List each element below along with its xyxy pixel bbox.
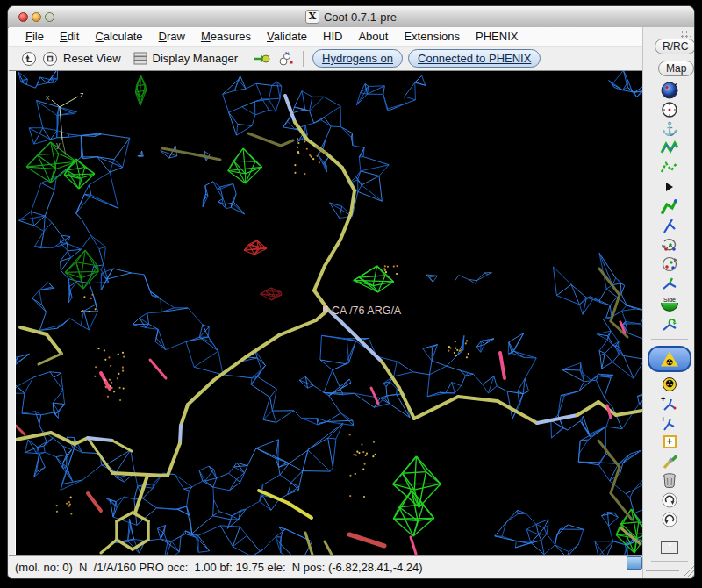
side-chain-flip-icon[interactable]: Side	[661, 294, 678, 313]
expander-arrow-icon[interactable]	[666, 178, 673, 195]
recentre-icon[interactable]	[42, 51, 58, 67]
flip-peptide-icon[interactable]	[660, 316, 679, 333]
mutate-selected-icon[interactable]: ☢	[648, 346, 691, 372]
menu-phenix[interactable]: PHENIX	[468, 30, 526, 43]
title-bar[interactable]: X Coot 0.7.1-pre	[8, 6, 694, 28]
anchor-icon[interactable]: ⚓	[662, 120, 678, 137]
brush-icon[interactable]	[661, 453, 678, 470]
svg-text:N: N	[285, 51, 289, 56]
menu-bar: FileEditCalculateDrawMeasuresValidateHID…	[9, 27, 642, 47]
torsion-general-icon[interactable]	[660, 275, 679, 291]
reset-view-button[interactable]: Reset View	[63, 52, 121, 65]
display-manager-button[interactable]: Display Manager	[153, 52, 239, 65]
edit-chi-angles-icon[interactable]	[660, 236, 679, 253]
add-terminal-residue-icon[interactable]: +	[660, 414, 679, 431]
menu-edit[interactable]: Edit	[52, 30, 87, 43]
add-alt-conf-icon[interactable]: +	[660, 395, 679, 412]
main-toolbar: Reset View Display Manager N Hydrogens o…	[9, 47, 642, 71]
recentre-view-icon[interactable]	[661, 101, 678, 118]
undo-icon[interactable]	[661, 491, 678, 508]
x11-icon: X	[305, 10, 319, 24]
environment-residue-icon[interactable]: N	[276, 50, 294, 67]
atom-status-text: (mol. no: 0) N /1/A/160 PRO occ: 1.00 bf…	[15, 561, 423, 574]
menu-measures[interactable]: Measures	[193, 30, 259, 43]
3d-viewport[interactable]: xzyCA /76 ARG/A	[16, 71, 643, 555]
side-toolbar: R/RC Map ⚓	[642, 27, 695, 578]
menu-hid[interactable]: HID	[315, 30, 350, 43]
zoom-button[interactable]	[45, 12, 54, 22]
tool-separator	[651, 534, 688, 534]
refmac-flag-icon[interactable]	[661, 541, 678, 555]
tool-separator	[651, 339, 688, 340]
minimize-button[interactable]	[32, 12, 41, 22]
scrollbar-thumb[interactable]	[627, 556, 642, 570]
phenix-connection-button[interactable]: Connected to PHENIX	[408, 49, 541, 68]
svg-text:z: z	[80, 90, 84, 99]
menu-validate[interactable]: Validate	[259, 30, 315, 43]
status-bar: (mol. no: 0) N /1/A/160 PRO occ: 1.00 bf…	[9, 555, 642, 579]
window-title: X Coot 0.7.1-pre	[305, 10, 397, 24]
svg-text:CA /76 ARG/A: CA /76 ARG/A	[332, 305, 402, 317]
rrc-button[interactable]: R/RC	[655, 39, 695, 54]
svg-text:x: x	[46, 93, 50, 102]
toolbar-separator	[303, 51, 304, 67]
gl-canvas-frame: xzyCA /76 ARG/A	[15, 71, 643, 555]
menu-calculate[interactable]: Calculate	[87, 30, 150, 43]
rotamer-icon[interactable]	[661, 217, 678, 233]
close-button[interactable]	[18, 12, 28, 22]
hydrogens-toggle-button[interactable]: Hydrogens on	[312, 49, 403, 68]
coot-window: X Coot 0.7.1-pre FileEditCalculateDrawMe…	[7, 5, 695, 579]
redo-icon[interactable]	[661, 511, 678, 527]
auto-fit-rotamer-icon[interactable]	[660, 197, 679, 214]
window-resize-corner[interactable]	[677, 558, 695, 579]
map-button[interactable]: Map	[658, 61, 694, 76]
svg-text:y: y	[56, 140, 61, 149]
menu-extensions[interactable]: Extensions	[396, 30, 468, 43]
real-space-refine-icon[interactable]	[660, 140, 679, 156]
radiation-icon[interactable]: ☢	[663, 376, 677, 392]
resize-grip-lines[interactable]	[646, 563, 679, 571]
menu-draw[interactable]: Draw	[151, 30, 193, 43]
svg-text:+: +	[661, 395, 665, 404]
place-atom-icon[interactable]: +	[663, 434, 677, 450]
menu-about[interactable]: About	[350, 30, 396, 43]
map-sphere-icon[interactable]	[660, 82, 679, 98]
go-to-atom-icon[interactable]	[252, 51, 271, 67]
menu-file[interactable]: File	[18, 30, 52, 43]
back-icon[interactable]	[21, 51, 37, 67]
svg-text:+: +	[661, 415, 665, 424]
display-manager-icon[interactable]	[133, 52, 147, 65]
regularize-zone-icon[interactable]	[660, 159, 679, 176]
edit-backbone-torsion-icon[interactable]	[660, 255, 679, 272]
delete-item-icon[interactable]	[662, 472, 677, 489]
